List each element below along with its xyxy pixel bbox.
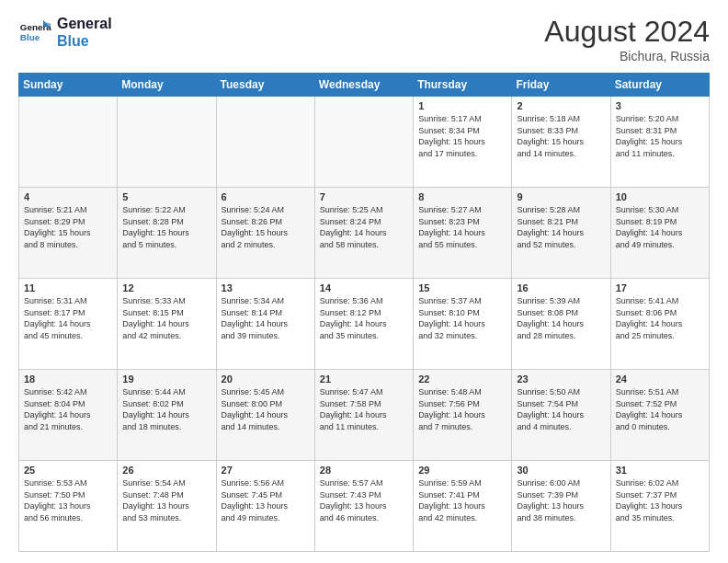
day-info: Sunrise: 5:42 AM Sunset: 8:04 PM Dayligh… [24, 386, 112, 432]
calendar-cell: 25Sunrise: 5:53 AM Sunset: 7:50 PM Dayli… [19, 461, 118, 552]
day-info: Sunrise: 5:31 AM Sunset: 8:17 PM Dayligh… [24, 295, 112, 341]
day-info: Sunrise: 5:41 AM Sunset: 8:06 PM Dayligh… [616, 295, 704, 341]
week-row-1: 1Sunrise: 5:17 AM Sunset: 8:34 PM Daylig… [19, 97, 710, 188]
calendar-cell: 28Sunrise: 5:57 AM Sunset: 7:43 PM Dayli… [314, 461, 413, 552]
calendar-cell: 14Sunrise: 5:36 AM Sunset: 8:12 PM Dayli… [314, 279, 413, 370]
calendar-cell: 13Sunrise: 5:34 AM Sunset: 8:14 PM Dayli… [216, 279, 314, 370]
day-info: Sunrise: 5:25 AM Sunset: 8:24 PM Dayligh… [320, 204, 408, 250]
day-info: Sunrise: 5:27 AM Sunset: 8:23 PM Dayligh… [418, 204, 506, 250]
calendar-cell: 10Sunrise: 5:30 AM Sunset: 8:19 PM Dayli… [610, 188, 709, 279]
day-number: 22 [418, 373, 506, 385]
day-number: 27 [222, 465, 310, 476]
day-info: Sunrise: 5:39 AM Sunset: 8:08 PM Dayligh… [517, 295, 605, 341]
day-number: 5 [122, 191, 210, 202]
day-number: 1 [418, 100, 506, 111]
header: General Blue General Blue August 2024 Bi… [18, 15, 710, 63]
calendar-cell: 23Sunrise: 5:50 AM Sunset: 7:54 PM Dayli… [512, 370, 610, 461]
week-row-3: 11Sunrise: 5:31 AM Sunset: 8:17 PM Dayli… [19, 279, 710, 370]
day-info: Sunrise: 5:30 AM Sunset: 8:19 PM Dayligh… [616, 204, 704, 250]
calendar-cell: 17Sunrise: 5:41 AM Sunset: 8:06 PM Dayli… [610, 279, 709, 370]
day-of-week-sunday: Sunday [19, 74, 118, 97]
day-info: Sunrise: 5:28 AM Sunset: 8:21 PM Dayligh… [517, 204, 605, 250]
day-info: Sunrise: 6:00 AM Sunset: 7:39 PM Dayligh… [517, 477, 605, 523]
day-of-week-thursday: Thursday [414, 74, 512, 97]
logo: General Blue General Blue [18, 15, 112, 50]
day-number: 8 [418, 191, 506, 202]
calendar-cell: 21Sunrise: 5:47 AM Sunset: 7:58 PM Dayli… [314, 370, 413, 461]
day-info: Sunrise: 5:48 AM Sunset: 7:56 PM Dayligh… [418, 386, 506, 432]
day-of-week-friday: Friday [512, 74, 610, 97]
calendar-cell: 31Sunrise: 6:02 AM Sunset: 7:37 PM Dayli… [610, 461, 709, 552]
day-info: Sunrise: 5:56 AM Sunset: 7:45 PM Dayligh… [222, 477, 310, 523]
day-info: Sunrise: 6:02 AM Sunset: 7:37 PM Dayligh… [616, 477, 704, 523]
day-number: 12 [122, 282, 210, 293]
day-number: 10 [616, 191, 704, 202]
logo-blue: Blue [57, 32, 112, 50]
calendar-cell: 27Sunrise: 5:56 AM Sunset: 7:45 PM Dayli… [216, 461, 314, 552]
calendar-cell: 22Sunrise: 5:48 AM Sunset: 7:56 PM Dayli… [414, 370, 512, 461]
day-number: 21 [320, 373, 408, 385]
day-info: Sunrise: 5:50 AM Sunset: 7:54 PM Dayligh… [517, 386, 605, 432]
calendar-cell: 2Sunrise: 5:18 AM Sunset: 8:33 PM Daylig… [512, 97, 610, 188]
day-number: 16 [517, 282, 605, 293]
day-info: Sunrise: 5:20 AM Sunset: 8:31 PM Dayligh… [616, 113, 704, 159]
calendar-cell: 6Sunrise: 5:24 AM Sunset: 8:26 PM Daylig… [216, 188, 314, 279]
day-number: 17 [616, 282, 704, 293]
location: Bichura, Russia [544, 49, 710, 63]
day-number: 11 [24, 282, 112, 293]
svg-text:Blue: Blue [20, 32, 40, 42]
week-row-4: 18Sunrise: 5:42 AM Sunset: 8:04 PM Dayli… [19, 370, 710, 461]
day-info: Sunrise: 5:24 AM Sunset: 8:26 PM Dayligh… [222, 204, 310, 250]
day-number: 25 [24, 465, 112, 476]
logo-general: General [57, 15, 112, 32]
calendar-cell: 29Sunrise: 5:59 AM Sunset: 7:41 PM Dayli… [414, 461, 512, 552]
calendar-cell: 18Sunrise: 5:42 AM Sunset: 8:04 PM Dayli… [19, 370, 118, 461]
calendar-cell [19, 97, 118, 188]
day-info: Sunrise: 5:44 AM Sunset: 8:02 PM Dayligh… [122, 386, 210, 432]
calendar-cell: 26Sunrise: 5:54 AM Sunset: 7:48 PM Dayli… [118, 461, 216, 552]
calendar-cell: 7Sunrise: 5:25 AM Sunset: 8:24 PM Daylig… [314, 188, 413, 279]
day-info: Sunrise: 5:22 AM Sunset: 8:28 PM Dayligh… [122, 204, 210, 250]
day-info: Sunrise: 5:17 AM Sunset: 8:34 PM Dayligh… [418, 113, 506, 159]
calendar-cell: 15Sunrise: 5:37 AM Sunset: 8:10 PM Dayli… [414, 279, 512, 370]
day-number: 9 [517, 191, 605, 202]
day-number: 2 [517, 100, 605, 111]
week-row-2: 4Sunrise: 5:21 AM Sunset: 8:29 PM Daylig… [19, 188, 710, 279]
day-info: Sunrise: 5:33 AM Sunset: 8:15 PM Dayligh… [122, 295, 210, 341]
day-number: 7 [320, 191, 408, 202]
day-info: Sunrise: 5:21 AM Sunset: 8:29 PM Dayligh… [24, 204, 112, 250]
calendar-cell: 30Sunrise: 6:00 AM Sunset: 7:39 PM Dayli… [512, 461, 610, 552]
day-info: Sunrise: 5:36 AM Sunset: 8:12 PM Dayligh… [320, 295, 408, 341]
day-info: Sunrise: 5:57 AM Sunset: 7:43 PM Dayligh… [320, 477, 408, 523]
day-of-week-monday: Monday [118, 74, 216, 97]
calendar-cell: 4Sunrise: 5:21 AM Sunset: 8:29 PM Daylig… [19, 188, 118, 279]
day-number: 26 [122, 465, 210, 476]
calendar-cell: 5Sunrise: 5:22 AM Sunset: 8:28 PM Daylig… [118, 188, 216, 279]
calendar-cell: 16Sunrise: 5:39 AM Sunset: 8:08 PM Dayli… [512, 279, 610, 370]
week-row-5: 25Sunrise: 5:53 AM Sunset: 7:50 PM Dayli… [19, 461, 710, 552]
day-number: 6 [222, 191, 310, 202]
calendar-cell: 20Sunrise: 5:45 AM Sunset: 8:00 PM Dayli… [216, 370, 314, 461]
calendar-cell: 8Sunrise: 5:27 AM Sunset: 8:23 PM Daylig… [414, 188, 512, 279]
day-info: Sunrise: 5:18 AM Sunset: 8:33 PM Dayligh… [517, 113, 605, 159]
day-info: Sunrise: 5:47 AM Sunset: 7:58 PM Dayligh… [320, 386, 408, 432]
calendar-cell: 19Sunrise: 5:44 AM Sunset: 8:02 PM Dayli… [118, 370, 216, 461]
calendar-cell [314, 97, 413, 188]
day-number: 13 [222, 282, 310, 293]
day-info: Sunrise: 5:45 AM Sunset: 8:00 PM Dayligh… [222, 386, 310, 432]
calendar-cell: 11Sunrise: 5:31 AM Sunset: 8:17 PM Dayli… [19, 279, 118, 370]
day-info: Sunrise: 5:53 AM Sunset: 7:50 PM Dayligh… [24, 477, 112, 523]
calendar-cell: 9Sunrise: 5:28 AM Sunset: 8:21 PM Daylig… [512, 188, 610, 279]
calendar: SundayMondayTuesdayWednesdayThursdayFrid… [18, 73, 710, 552]
calendar-header-row: SundayMondayTuesdayWednesdayThursdayFrid… [19, 74, 710, 97]
day-of-week-wednesday: Wednesday [314, 74, 413, 97]
day-number: 3 [616, 100, 704, 111]
day-number: 19 [122, 373, 210, 385]
day-number: 20 [222, 373, 310, 385]
month-year: August 2024 [544, 15, 710, 49]
day-number: 15 [418, 282, 506, 293]
day-number: 29 [418, 465, 506, 476]
day-number: 4 [24, 191, 112, 202]
day-info: Sunrise: 5:59 AM Sunset: 7:41 PM Dayligh… [418, 477, 506, 523]
day-number: 31 [616, 465, 704, 476]
